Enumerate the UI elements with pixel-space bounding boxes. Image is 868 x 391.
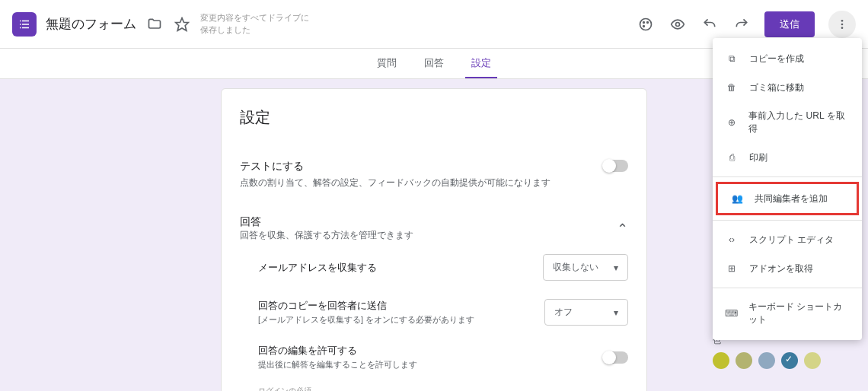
chevron-down-icon: ▾ (614, 307, 618, 318)
svg-point-1 (640, 18, 652, 30)
svg-point-8 (841, 27, 844, 29)
star-icon[interactable] (173, 15, 191, 33)
color-swatch[interactable] (713, 352, 729, 369)
svg-marker-0 (176, 17, 189, 30)
color-swatch[interactable] (781, 352, 798, 369)
menu-copy[interactable]: ⧉コピーを作成 (713, 44, 862, 73)
allow-edit-desc: 提出後に解答を編集することを許可します (258, 359, 604, 370)
color-swatch[interactable] (804, 352, 821, 369)
send-copy-desc: [メールアドレスを収集する] をオンにする必要があります (258, 314, 544, 326)
allow-edit-row: 回答の編集を許可する 提出後に解答を編集することを許可します (240, 335, 628, 380)
print-icon: ⎙ (725, 151, 739, 164)
collect-email-dropdown[interactable]: 収集しない▾ (543, 254, 628, 281)
menu-addon[interactable]: ⊞アドオンを取得 (713, 254, 862, 283)
color-swatch[interactable] (736, 352, 752, 369)
responses-section-desc: 回答を収集、保護する方法を管理できます (240, 229, 413, 242)
collect-email-row: メールアドレスを収集する 収集しない▾ (240, 245, 628, 290)
folder-icon[interactable] (145, 15, 164, 33)
svg-point-7 (841, 23, 844, 25)
palette-icon[interactable] (637, 15, 655, 33)
undo-icon[interactable] (700, 15, 719, 33)
chevron-up-icon[interactable]: ⌃ (617, 221, 628, 237)
menu-add-collaborator[interactable]: 👥共同編集者を追加 (716, 182, 859, 215)
addon-icon: ⊞ (725, 262, 739, 275)
trash-icon: 🗑 (725, 81, 739, 94)
tab-questions[interactable]: 質問 (371, 49, 403, 78)
chevron-down-icon: ▾ (614, 262, 618, 273)
tab-responses[interactable]: 回答 (418, 49, 450, 78)
send-copy-dropdown[interactable]: オフ▾ (544, 299, 628, 326)
more-menu-button[interactable] (828, 11, 856, 38)
copy-icon: ⧉ (725, 52, 739, 65)
form-title[interactable]: 無題のフォーム (46, 15, 136, 33)
allow-edit-toggle[interactable] (604, 351, 628, 364)
link-icon: ⊕ (725, 116, 738, 129)
menu-trash[interactable]: 🗑ゴミ箱に移動 (713, 73, 862, 102)
send-copy-label: 回答のコピーを回答者に送信 (258, 299, 544, 313)
save-status: 変更内容をすべてドライブに保存しました (200, 12, 309, 36)
send-copy-row: 回答のコピーを回答者に送信 [メールアドレスを収集する] をオンにする必要があり… (240, 290, 628, 335)
color-swatches (713, 352, 862, 369)
allow-edit-label: 回答の編集を許可する (258, 344, 604, 358)
card-title: 設定 (240, 107, 628, 128)
preview-icon[interactable] (669, 15, 687, 33)
send-button[interactable]: 送信 (764, 11, 815, 37)
menu-prefill[interactable]: ⊕事前入力した URL を取得 (713, 102, 862, 143)
collect-email-label: メールアドレスを収集する (258, 261, 543, 275)
svg-point-2 (643, 21, 645, 23)
svg-point-6 (841, 20, 844, 22)
menu-print[interactable]: ⎙印刷 (713, 143, 862, 172)
overflow-menu: ⧉コピーを作成 🗑ゴミ箱に移動 ⊕事前入力した URL を取得 ⎙印刷 👥共同編… (713, 38, 862, 340)
settings-card: 設定 テストにする 点数の割り当て、解答の設定、フィードバックの自動提供が可能に… (221, 88, 647, 391)
make-test-label: テストにする (240, 160, 604, 173)
color-swatch[interactable] (758, 352, 775, 369)
make-test-desc: 点数の割り当て、解答の設定、フィードバックの自動提供が可能になります (240, 176, 604, 189)
tab-settings[interactable]: 設定 (465, 49, 497, 78)
redo-icon[interactable] (732, 15, 751, 33)
svg-point-5 (676, 22, 680, 26)
people-icon: 👥 (730, 192, 744, 205)
svg-point-3 (647, 21, 649, 23)
responses-section-title: 回答 (240, 215, 413, 229)
forms-logo[interactable] (12, 12, 37, 37)
menu-script[interactable]: ‹›スクリプト エディタ (713, 225, 862, 254)
login-required-note: ログインの必須 (240, 386, 628, 391)
code-icon: ‹› (725, 233, 739, 246)
keyboard-icon: ⌨ (725, 307, 738, 320)
make-test-toggle[interactable] (604, 160, 628, 172)
menu-shortcut[interactable]: ⌨キーボード ショートカット (713, 293, 862, 334)
svg-point-4 (643, 25, 645, 27)
make-test-row: テストにする 点数の割り当て、解答の設定、フィードバックの自動提供が可能になりま… (240, 149, 628, 200)
